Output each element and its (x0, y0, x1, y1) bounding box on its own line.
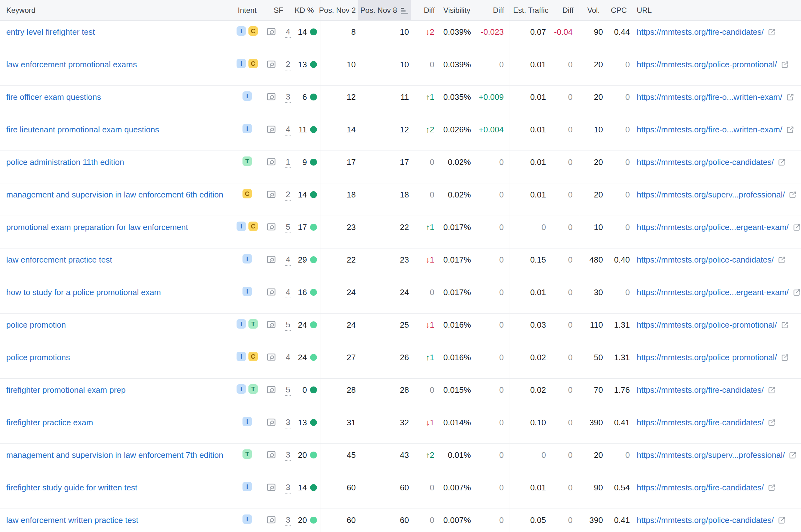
serp-features-count[interactable]: 4 (285, 287, 290, 298)
external-link-icon[interactable] (778, 515, 786, 525)
external-link-icon[interactable] (781, 353, 789, 362)
url-link[interactable]: https://mmtests.org/fire-candidates/ (637, 482, 764, 493)
visibility-diff-value: 0 (472, 314, 509, 346)
keyword-link[interactable]: firefighter promotional exam prep (6, 385, 126, 395)
column-header-kd[interactable]: KD % (294, 0, 320, 20)
column-header-est-traffic-diff[interactable]: Diff (547, 0, 580, 20)
url-link[interactable]: https://mmtests.org/fire-o...written-exa… (637, 92, 782, 102)
column-header-visibility[interactable]: Visibility (439, 0, 472, 20)
serp-features-count[interactable]: 3 (285, 515, 290, 526)
external-link-icon[interactable] (767, 385, 776, 394)
url-link[interactable]: https://mmtests.org/police-candidates/ (637, 157, 774, 167)
serp-features-icon (266, 156, 276, 167)
keyword-link[interactable]: how to study for a police promotional ex… (6, 288, 161, 297)
column-header-pos-nov2[interactable]: Pos. Nov 2 (320, 0, 358, 20)
url-link[interactable]: https://mmtests.org/police-candidates/ (637, 255, 774, 265)
serp-features-count[interactable]: 4 (285, 255, 290, 266)
serp-features-count[interactable]: 2 (285, 190, 290, 201)
serp-features-count[interactable]: 5 (285, 385, 290, 396)
url-link[interactable]: https://mmtests.org/fire-candidates/ (637, 417, 764, 428)
serp-features-count[interactable]: 1 (285, 157, 290, 168)
intent-badge-i: I (236, 384, 246, 394)
keyword-link[interactable]: management and supervision in law enforc… (6, 190, 223, 200)
external-link-icon[interactable] (788, 450, 797, 459)
serp-features-count[interactable]: 3 (285, 482, 290, 494)
kd-difficulty-dot (310, 126, 317, 133)
volume-value: 20 (580, 444, 604, 476)
keyword-cell: management and supervision in law enforc… (0, 444, 231, 476)
column-header-sf[interactable]: SF (263, 0, 294, 20)
url-link[interactable]: https://mmtests.org/police-candidates/ (637, 515, 774, 525)
external-link-icon[interactable] (778, 255, 786, 264)
visibility-diff-value: 0 (472, 476, 509, 509)
column-header-cpc[interactable]: CPC (604, 0, 630, 20)
url-link[interactable]: https://mmtests.org/police-promotional/ (637, 320, 777, 330)
est-traffic-value: 0 (509, 216, 547, 248)
url-cell: https://mmtests.org/fire-candidates/ (630, 411, 801, 443)
column-header-url[interactable]: URL (630, 0, 801, 20)
serp-features-count[interactable]: 5 (285, 320, 290, 331)
url-link[interactable]: https://mmtests.org/police-promotional/ (637, 353, 777, 362)
pos-diff-value: ↑1 (411, 346, 439, 378)
serp-features-count[interactable]: 2 (285, 59, 290, 71)
column-header-pos-nov8-sorted[interactable]: Pos. Nov 8 (358, 0, 411, 20)
column-header-keyword[interactable]: Keyword (0, 0, 231, 20)
external-link-icon[interactable] (781, 59, 789, 69)
keyword-link[interactable]: law enforcement written practice test (6, 515, 138, 525)
url-link[interactable]: https://mmtests.org/fire-candidates/ (637, 27, 764, 37)
serp-features-count[interactable]: 3 (285, 92, 290, 103)
keyword-link[interactable]: firefighter study guide for written test (6, 483, 137, 492)
external-link-icon[interactable] (793, 287, 801, 297)
visibility-diff-value: 0 (472, 281, 509, 313)
url-link[interactable]: https://mmtests.org/fire-candidates/ (637, 385, 764, 395)
url-link[interactable]: https://mmtests.org/police...ergeant-exa… (637, 222, 789, 232)
keyword-link[interactable]: police promotions (6, 353, 70, 362)
external-link-icon[interactable] (793, 222, 801, 232)
serp-features-count[interactable]: 4 (285, 353, 290, 363)
keyword-link[interactable]: police administration 11th edition (6, 157, 124, 167)
keyword-link[interactable]: management and supervision in law enforc… (6, 450, 223, 460)
external-link-icon[interactable] (767, 482, 776, 492)
url-link[interactable]: https://mmtests.org/police...ergeant-exa… (637, 287, 789, 297)
kd-difficulty-dot (310, 224, 317, 231)
keyword-link[interactable]: fire lieutenant promotional exam questio… (6, 125, 159, 134)
column-header-intent[interactable]: Intent (231, 0, 263, 20)
serp-features-count[interactable]: 4 (285, 125, 290, 135)
column-header-est-traffic[interactable]: Est. Traffic (509, 0, 547, 20)
keyword-link[interactable]: police promotion (6, 320, 66, 329)
serp-features-count[interactable]: 3 (285, 450, 290, 461)
external-link-icon[interactable] (788, 190, 797, 199)
url-link[interactable]: https://mmtests.org/fire-o...written-exa… (637, 125, 782, 135)
serp-features-count[interactable]: 3 (285, 417, 290, 429)
url-link[interactable]: https://mmtests.org/superv...professiona… (637, 450, 785, 460)
serp-features-icon (266, 351, 276, 362)
column-header-visibility-diff[interactable]: Diff (472, 0, 509, 20)
external-link-icon[interactable] (781, 320, 789, 329)
est-traffic-value: 0.01 (509, 281, 547, 313)
keyword-link[interactable]: promotional exam preparation for law enf… (6, 223, 188, 232)
intent-cell: IC (231, 21, 263, 53)
external-link-icon[interactable] (786, 125, 795, 134)
column-header-pos-diff[interactable]: Diff (411, 0, 439, 20)
keyword-link[interactable]: entry level firefighter test (6, 27, 95, 37)
visibility-diff-value: 0 (472, 379, 509, 411)
serp-features-count[interactable]: 4 (285, 27, 290, 38)
serp-features-cell: 3 (263, 444, 294, 476)
keyword-cell: firefighter study guide for written test (0, 476, 231, 509)
cpc-value: 0 (604, 444, 630, 476)
visibility-diff-value: +0.009 (472, 86, 509, 118)
keyword-link[interactable]: fire officer exam questions (6, 92, 101, 102)
keyword-link[interactable]: firefighter practice exam (6, 418, 93, 427)
keyword-link[interactable]: law enforcement practice test (6, 255, 112, 264)
serp-features-count[interactable]: 5 (285, 222, 290, 233)
keyword-link[interactable]: law enforcement promotional exams (6, 60, 137, 69)
intent-badge-i: I (243, 91, 252, 101)
external-link-icon[interactable] (767, 27, 776, 36)
url-link[interactable]: https://mmtests.org/superv...professiona… (637, 190, 785, 200)
column-header-volume[interactable]: Vol. (580, 0, 604, 20)
external-link-icon[interactable] (778, 157, 786, 167)
url-link[interactable]: https://mmtests.org/police-promotional/ (637, 59, 777, 70)
intent-badge-c: C (248, 352, 258, 361)
external-link-icon[interactable] (786, 92, 795, 101)
external-link-icon[interactable] (767, 417, 776, 427)
